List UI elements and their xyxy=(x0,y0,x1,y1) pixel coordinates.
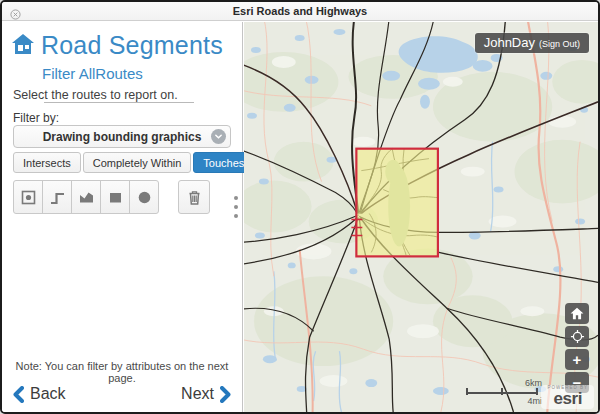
scale-line xyxy=(466,392,538,394)
chevron-down-icon xyxy=(211,129,226,144)
user-name: JohnDay xyxy=(484,35,535,50)
scale-metric-label: 6km xyxy=(525,378,542,388)
selection-graphic[interactable] xyxy=(351,149,438,257)
dropdown-value: Drawing bounding graphics xyxy=(43,130,202,144)
rectangle-icon xyxy=(107,189,124,206)
map-controls: + − xyxy=(565,303,589,393)
tab-completely-within[interactable]: Completely Within xyxy=(83,152,192,173)
map-container: JohnDay (Sign Out) + − 6km 4mi POWERED B… xyxy=(244,22,598,412)
map-canvas[interactable] xyxy=(244,22,598,412)
window-title: Esri Roads and Highways xyxy=(233,5,367,17)
home-icon xyxy=(570,307,584,320)
draw-point-button[interactable] xyxy=(13,180,43,214)
locate-button[interactable] xyxy=(565,326,589,347)
page-subtitle: Filter AllRoutes xyxy=(42,65,143,82)
page-title: Road Segments xyxy=(41,31,223,60)
polyline-icon xyxy=(49,189,66,206)
back-label: Back xyxy=(30,385,66,403)
note-text: Note: You can filter by attributes on th… xyxy=(2,360,242,384)
selection-rectangle[interactable] xyxy=(356,149,438,257)
esri-brand: esri xyxy=(547,390,588,407)
next-label: Next xyxy=(181,385,214,403)
filter-by-label: Filter by: xyxy=(13,111,59,125)
draw-toolbar xyxy=(13,180,210,214)
close-icon[interactable] xyxy=(10,6,21,17)
chevron-right-icon xyxy=(220,386,232,403)
point-icon xyxy=(20,189,37,206)
draw-rectangle-button[interactable] xyxy=(100,180,130,214)
home-icon xyxy=(11,33,35,59)
zoom-in-button[interactable]: + xyxy=(565,349,589,370)
locate-icon xyxy=(570,329,585,344)
scale-imperial-label: 4mi xyxy=(527,396,542,406)
back-button[interactable]: Back xyxy=(12,385,66,403)
scale-bar: 6km 4mi xyxy=(466,392,538,394)
instruction-text: Select the routes to report on. xyxy=(13,88,178,102)
draw-polygon-button[interactable] xyxy=(71,180,101,214)
divider xyxy=(44,102,194,103)
title-bar: Esri Roads and Highways xyxy=(2,2,598,21)
sign-out-label: (Sign Out) xyxy=(539,39,580,49)
chevron-left-icon xyxy=(12,386,24,403)
polygon-icon xyxy=(78,189,95,206)
panel-splitter-handle[interactable] xyxy=(234,196,238,218)
esri-logo: POWERED BY esri xyxy=(541,385,594,410)
filter-panel: Road Segments Filter AllRoutes Select th… xyxy=(2,22,243,412)
tab-intersects[interactable]: Intersects xyxy=(13,152,81,173)
draw-circle-button[interactable] xyxy=(129,180,159,214)
filter-method-dropdown[interactable]: Drawing bounding graphics xyxy=(13,125,231,148)
trash-icon xyxy=(186,189,203,206)
next-button[interactable]: Next xyxy=(181,385,232,403)
circle-icon xyxy=(136,189,153,206)
user-sign-out-button[interactable]: JohnDay (Sign Out) xyxy=(475,33,589,53)
spatial-relation-tabs: Intersects Completely Within Touches Edg… xyxy=(13,152,283,173)
map-home-button[interactable] xyxy=(565,303,589,324)
clear-graphics-button[interactable] xyxy=(178,180,210,214)
draw-polyline-button[interactable] xyxy=(42,180,72,214)
app-window: Esri Roads and Highways Road Segments Fi… xyxy=(0,0,600,414)
